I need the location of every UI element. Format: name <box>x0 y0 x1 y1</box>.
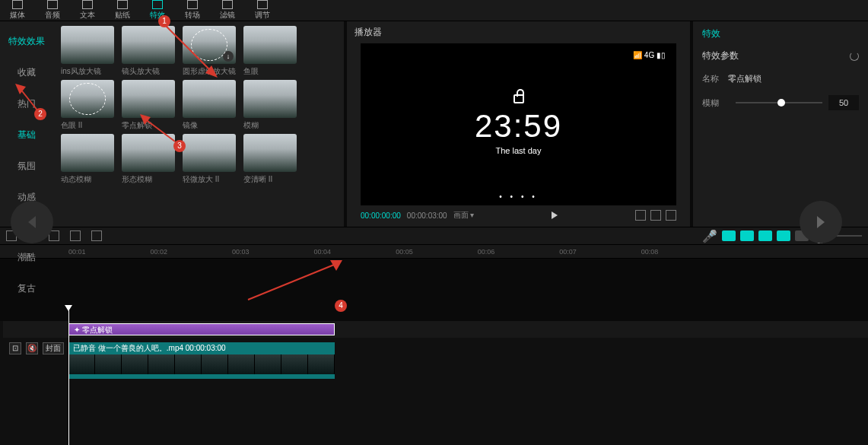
player-title: 播放器 <box>347 21 690 43</box>
effect-label: ins风放大镜 <box>61 66 114 77</box>
player-controls: 00:00:00:00 00:00:03:00 画面 ▾ <box>347 205 690 227</box>
effect-label: 形态模糊 <box>122 174 175 185</box>
effect-label: 圆形虚线放大镜 <box>183 66 236 77</box>
effect-label: 零点解锁 <box>122 120 175 131</box>
annotation-2: 2 <box>34 108 46 120</box>
effect-item[interactable]: 镜头放大镜 <box>122 26 175 77</box>
effect-clip[interactable]: ✦ 零点解锁 <box>68 323 335 335</box>
effect-item[interactable]: 模糊 <box>243 80 297 131</box>
effect-track[interactable]: ✦ 零点解锁 <box>3 321 868 338</box>
crop-icon[interactable] <box>635 210 646 221</box>
effect-thumb <box>61 26 114 64</box>
track-lock-icon[interactable]: ⊡ <box>9 342 21 354</box>
effect-item[interactable]: 轻微放大 II <box>183 134 236 185</box>
timeline-toolbar: 🎤 ⬤ <box>0 227 868 245</box>
tab-sticker[interactable]: 贴纸 <box>105 0 140 21</box>
blur-slider[interactable] <box>736 102 822 103</box>
tab-filter[interactable]: 滤镜 <box>210 0 245 21</box>
annotation-4: 4 <box>335 300 347 312</box>
effect-label: 鱼眼 <box>243 66 297 77</box>
main-row: 特效效果 收藏 热门 基础 氛围 动感 DV 潮酷 复古 ins风放大镜 镜头放… <box>0 21 868 227</box>
sticker-icon <box>117 0 128 9</box>
effect-item[interactable]: ↓圆形虚线放大镜 <box>183 26 236 77</box>
props-tab[interactable]: 特效 <box>702 27 859 40</box>
duration: 00:00:03:00 <box>407 211 447 220</box>
download-icon[interactable]: ↓ <box>223 51 234 62</box>
chevron-right-icon <box>817 216 825 228</box>
snap-toggle-2[interactable] <box>740 230 754 241</box>
clip-frames <box>68 354 335 374</box>
tab-label: 滤镜 <box>220 10 235 21</box>
tab-transition[interactable]: 转场 <box>175 0 210 21</box>
tab-text[interactable]: 文本 <box>70 0 105 21</box>
cat-favorite[interactable]: 收藏 <box>0 57 53 88</box>
time-mark: 00:07 <box>559 248 577 256</box>
snap-toggle-1[interactable] <box>722 230 736 241</box>
annotation-3: 3 <box>173 140 186 152</box>
slider-handle[interactable] <box>777 99 785 106</box>
effect-thumb <box>61 134 114 172</box>
chevron-left-icon <box>28 216 36 228</box>
effect-item[interactable]: 色眼 II <box>61 80 114 131</box>
effect-item[interactable]: 镜像 <box>183 80 236 131</box>
tab-label: 媒体 <box>10 10 25 21</box>
fullscreen-icon[interactable] <box>666 210 676 221</box>
blur-label: 模糊 <box>702 97 728 109</box>
effect-item[interactable]: 形态模糊 <box>122 134 175 185</box>
status-bar: 📶 4G ▮▯ <box>633 51 666 59</box>
blur-value[interactable]: 50 <box>828 95 859 110</box>
tab-media[interactable]: 媒体 <box>0 0 35 21</box>
properties-panel: 特效 特效参数 名称 零点解锁 模糊 50 <box>693 21 868 227</box>
timeline-area[interactable]: ✦ 零点解锁 ⊡ 🔇 封面 已静音 做一个善良的人吧。.mp4 00:00:03… <box>0 321 868 445</box>
effect-item[interactable]: 零点解锁 <box>122 80 175 131</box>
tab-effects[interactable]: 特效 <box>140 0 175 21</box>
snap-toggle-4[interactable] <box>777 230 790 241</box>
effect-item[interactable]: 鱼眼 <box>243 26 297 77</box>
cat-atmosphere[interactable]: 氛围 <box>0 151 53 182</box>
cat-basic[interactable]: 基础 <box>0 119 53 151</box>
time-mark: 00:06 <box>478 248 495 256</box>
timeline-ruler[interactable]: 00:01 00:02 00:03 00:04 00:05 00:06 00:0… <box>0 245 868 259</box>
effect-item[interactable]: ins风放大镜 <box>61 26 114 77</box>
effect-thumb: ↓ <box>183 26 236 64</box>
mic-icon[interactable]: 🎤 <box>702 229 717 243</box>
cat-featured[interactable]: 特效效果 <box>0 26 53 57</box>
tab-audio[interactable]: 音频 <box>35 0 70 21</box>
reset-icon[interactable] <box>850 52 859 61</box>
section-label: 特效参数 <box>702 49 739 62</box>
audio-icon <box>47 0 58 9</box>
video-track: ⊡ 🔇 封面 已静音 做一个善良的人吧。.mp4 00:00:03:00 <box>3 342 868 379</box>
nav-next[interactable] <box>800 201 842 243</box>
effect-item[interactable]: 变清晰 II <box>243 134 297 185</box>
text-icon <box>82 0 93 9</box>
cat-cool[interactable]: 潮酷 <box>0 242 53 273</box>
tab-label: 贴纸 <box>115 10 130 21</box>
media-icon <box>12 0 23 9</box>
effect-label: 色眼 II <box>61 120 114 131</box>
filter-icon <box>222 0 233 9</box>
player-screen[interactable]: 📶 4G ▮▯ 23:59 The last day • • • • <box>361 43 676 205</box>
time-mark: 00:03 <box>232 248 250 256</box>
clip-audio-band <box>68 374 335 379</box>
compare-icon[interactable] <box>650 210 661 221</box>
video-clip[interactable]: 已静音 做一个善良的人吧。.mp4 00:00:03:00 <box>68 342 335 379</box>
play-button[interactable] <box>552 211 558 219</box>
effect-label: 模糊 <box>243 120 297 131</box>
nav-prev[interactable] <box>11 201 53 243</box>
transition-icon <box>187 0 198 9</box>
delete-icon[interactable] <box>91 230 102 241</box>
ratio-dropdown[interactable]: 画面 ▾ <box>453 210 475 221</box>
cat-retro[interactable]: 复古 <box>0 273 53 304</box>
effect-item[interactable]: 动态模糊 <box>61 134 114 185</box>
effect-label: 轻微放大 II <box>183 174 236 185</box>
snap-toggle-3[interactable] <box>758 230 772 241</box>
tab-adjust[interactable]: 调节 <box>245 0 280 21</box>
time-mark: 00:04 <box>314 248 332 256</box>
cover-button[interactable]: 封面 <box>43 342 64 354</box>
svg-marker-7 <box>330 260 342 271</box>
split-icon[interactable] <box>70 230 81 241</box>
category-sidebar: 特效效果 收藏 热门 基础 氛围 动感 DV 潮酷 复古 <box>0 21 53 227</box>
tab-label: 文本 <box>80 10 95 21</box>
lockscreen-time: 23:59 <box>475 108 562 145</box>
track-mute-icon[interactable]: 🔇 <box>26 342 38 354</box>
